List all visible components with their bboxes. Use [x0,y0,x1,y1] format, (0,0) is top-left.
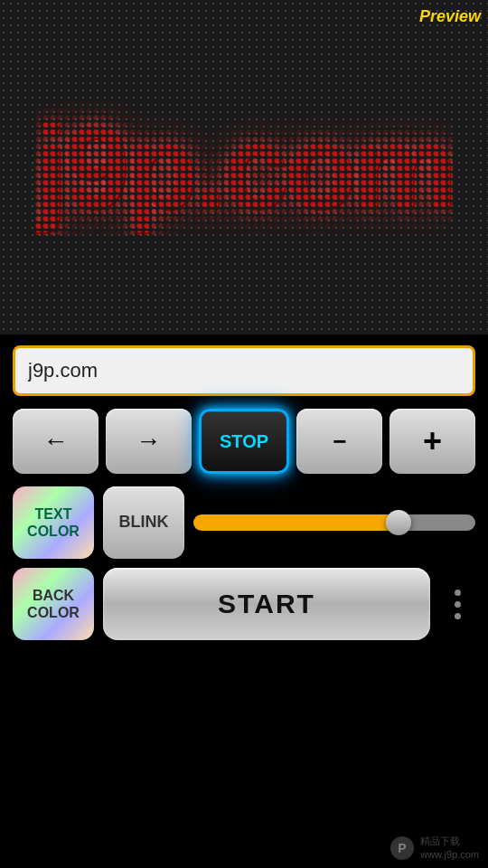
speed-slider-container [193,514,475,531]
arrow-left-icon: ← [42,427,68,456]
back-color-button[interactable]: BACKCOLOR [13,568,94,640]
watermark-icon: P [389,835,415,861]
speed-decrease-button[interactable]: − [296,409,382,474]
watermark: P 精品下载 www.j9p.com [389,835,479,861]
marquee-text-input[interactable] [13,345,475,396]
color-blink-speed-row: TEXTCOLOR BLINK [13,486,475,559]
minus-icon: − [333,428,346,456]
control-buttons-row: ← → STOP − + [13,409,475,474]
text-input-row [13,345,475,396]
stop-label: STOP [220,431,268,452]
svg-text:P: P [399,841,407,855]
more-dot-1 [455,590,461,596]
blink-button[interactable]: BLINK [103,486,184,559]
led-text: j9p.com [34,99,453,235]
plus-icon: + [423,422,442,460]
text-color-button[interactable]: TEXTCOLOR [13,486,94,559]
speed-increase-button[interactable]: + [389,409,475,474]
controls-panel: ← → STOP − + TEXTCOLOR BLINK BACKCOLOR [0,335,488,651]
watermark-text: 精品下载 www.j9p.com [420,835,479,861]
scroll-left-button[interactable]: ← [13,409,99,474]
preview-label: Preview [419,7,481,26]
speed-slider[interactable] [193,514,475,531]
more-dot-2 [455,601,461,608]
text-color-label: TEXTCOLOR [27,505,80,540]
more-options-button[interactable] [439,568,475,640]
start-label: START [218,589,315,618]
watermark-line1: 精品下载 [420,835,479,847]
led-display: j9p.com Preview [0,0,488,335]
start-button[interactable]: START [103,568,430,640]
scroll-right-button[interactable]: → [106,409,192,474]
watermark-line2: www.j9p.com [420,848,479,861]
back-color-start-row: BACKCOLOR START [13,568,475,640]
blink-label: BLINK [119,513,169,533]
arrow-right-icon: → [136,427,161,456]
stop-button[interactable]: STOP [199,409,290,474]
more-dot-3 [455,613,461,619]
back-color-label: BACKCOLOR [27,587,80,621]
